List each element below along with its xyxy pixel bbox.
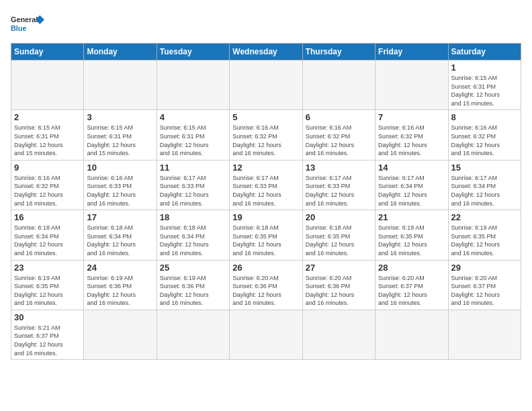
calendar-cell: 22Sunrise: 6:19 AMSunset: 6:35 PMDayligh… [448,210,521,260]
calendar-cell: 19Sunrise: 6:18 AMSunset: 6:35 PMDayligh… [230,210,302,260]
day-info: Sunrise: 6:18 AMSunset: 6:34 PMDaylight:… [14,224,81,257]
day-header-saturday: Saturday [448,44,521,60]
day-number: 10 [87,163,153,173]
day-info: Sunrise: 6:17 AMSunset: 6:33 PMDaylight:… [306,174,372,208]
day-number: 27 [306,263,372,273]
day-number: 12 [232,163,299,173]
day-number: 14 [378,163,445,173]
day-info: Sunrise: 6:18 AMSunset: 6:34 PMDaylight:… [160,224,226,257]
day-number: 20 [306,212,372,222]
logo: General Blue [11,11,44,38]
calendar-cell: 28Sunrise: 6:20 AMSunset: 6:37 PMDayligh… [375,260,448,310]
day-info: Sunrise: 6:20 AMSunset: 6:37 PMDaylight:… [378,274,445,308]
day-info: Sunrise: 6:15 AMSunset: 6:31 PMDaylight:… [160,124,226,157]
day-number: 15 [451,163,518,173]
calendar-cell: 11Sunrise: 6:17 AMSunset: 6:33 PMDayligh… [157,160,229,210]
svg-text:Blue: Blue [11,24,26,32]
day-info: Sunrise: 6:15 AMSunset: 6:31 PMDaylight:… [14,124,81,157]
day-info: Sunrise: 6:17 AMSunset: 6:34 PMDaylight:… [378,174,445,208]
calendar-cell [157,60,229,110]
calendar-cell: 21Sunrise: 6:19 AMSunset: 6:35 PMDayligh… [375,210,448,260]
day-info: Sunrise: 6:18 AMSunset: 6:35 PMDaylight:… [232,224,299,257]
day-number: 29 [451,263,518,273]
calendar-table: SundayMondayTuesdayWednesdayThursdayFrid… [11,43,521,360]
calendar-cell: 26Sunrise: 6:20 AMSunset: 6:36 PMDayligh… [230,260,302,310]
calendar-cell: 2Sunrise: 6:15 AMSunset: 6:31 PMDaylight… [11,110,84,160]
calendar-cell: 6Sunrise: 6:16 AMSunset: 6:32 PMDaylight… [302,110,375,160]
calendar-cell: 16Sunrise: 6:18 AMSunset: 6:34 PMDayligh… [11,210,84,260]
calendar-cell: 3Sunrise: 6:15 AMSunset: 6:31 PMDaylight… [84,110,157,160]
calendar-cell [157,310,229,359]
calendar-cell [84,310,157,359]
day-info: Sunrise: 6:16 AMSunset: 6:32 PMDaylight:… [451,124,518,157]
day-info: Sunrise: 6:18 AMSunset: 6:35 PMDaylight:… [306,224,372,257]
day-number: 11 [160,163,226,173]
day-header-sunday: Sunday [11,44,84,60]
day-number: 23 [14,263,81,273]
day-header-thursday: Thursday [302,44,375,60]
day-header-monday: Monday [84,44,157,60]
day-number: 21 [378,212,445,222]
calendar-cell: 23Sunrise: 6:19 AMSunset: 6:35 PMDayligh… [11,260,84,310]
calendar-cell: 7Sunrise: 6:16 AMSunset: 6:32 PMDaylight… [375,110,448,160]
calendar-cell: 8Sunrise: 6:16 AMSunset: 6:32 PMDaylight… [448,110,521,160]
calendar-cell [230,310,302,359]
calendar-cell: 5Sunrise: 6:16 AMSunset: 6:32 PMDaylight… [230,110,302,160]
calendar-cell: 10Sunrise: 6:16 AMSunset: 6:33 PMDayligh… [84,160,157,210]
day-number: 13 [306,163,372,173]
calendar-cell [448,310,521,359]
calendar-cell [302,60,375,110]
page-header: General Blue [11,11,521,38]
day-number: 17 [87,212,153,222]
day-info: Sunrise: 6:15 AMSunset: 6:31 PMDaylight:… [451,74,518,107]
day-info: Sunrise: 6:18 AMSunset: 6:34 PMDaylight:… [87,224,153,257]
svg-text:General: General [11,15,38,24]
day-info: Sunrise: 6:16 AMSunset: 6:32 PMDaylight:… [232,124,299,157]
day-info: Sunrise: 6:16 AMSunset: 6:33 PMDaylight:… [87,174,153,208]
day-info: Sunrise: 6:19 AMSunset: 6:35 PMDaylight:… [14,274,81,308]
calendar-cell [230,60,302,110]
day-number: 9 [14,163,81,173]
calendar-cell [11,60,84,110]
day-info: Sunrise: 6:20 AMSunset: 6:36 PMDaylight:… [232,274,299,308]
day-info: Sunrise: 6:15 AMSunset: 6:31 PMDaylight:… [87,124,153,157]
calendar-cell: 24Sunrise: 6:19 AMSunset: 6:36 PMDayligh… [84,260,157,310]
calendar-cell: 12Sunrise: 6:17 AMSunset: 6:33 PMDayligh… [230,160,302,210]
day-info: Sunrise: 6:20 AMSunset: 6:37 PMDaylight:… [451,274,518,308]
day-info: Sunrise: 6:17 AMSunset: 6:34 PMDaylight:… [451,174,518,208]
day-info: Sunrise: 6:19 AMSunset: 6:35 PMDaylight:… [451,224,518,257]
day-info: Sunrise: 6:19 AMSunset: 6:36 PMDaylight:… [87,274,153,308]
day-number: 28 [378,263,445,273]
generalblue-logo: General Blue [11,11,44,38]
calendar-cell: 30Sunrise: 6:21 AMSunset: 6:37 PMDayligh… [11,310,84,359]
day-number: 6 [306,112,372,122]
calendar-cell: 13Sunrise: 6:17 AMSunset: 6:33 PMDayligh… [302,160,375,210]
day-number: 19 [232,212,299,222]
day-number: 4 [160,112,226,122]
day-number: 5 [232,112,299,122]
calendar-cell: 25Sunrise: 6:19 AMSunset: 6:36 PMDayligh… [157,260,229,310]
day-info: Sunrise: 6:21 AMSunset: 6:37 PMDaylight:… [14,324,81,357]
calendar-cell: 20Sunrise: 6:18 AMSunset: 6:35 PMDayligh… [302,210,375,260]
day-info: Sunrise: 6:19 AMSunset: 6:36 PMDaylight:… [160,274,226,308]
day-info: Sunrise: 6:17 AMSunset: 6:33 PMDaylight:… [160,174,226,208]
day-info: Sunrise: 6:16 AMSunset: 6:32 PMDaylight:… [378,124,445,157]
day-header-friday: Friday [375,44,448,60]
day-number: 18 [160,212,226,222]
day-number: 7 [378,112,445,122]
day-header-tuesday: Tuesday [157,44,229,60]
day-info: Sunrise: 6:19 AMSunset: 6:35 PMDaylight:… [378,224,445,257]
day-info: Sunrise: 6:17 AMSunset: 6:33 PMDaylight:… [232,174,299,208]
day-number: 24 [87,263,153,273]
day-number: 25 [160,263,226,273]
day-number: 16 [14,212,81,222]
day-info: Sunrise: 6:20 AMSunset: 6:36 PMDaylight:… [306,274,372,308]
calendar-cell: 4Sunrise: 6:15 AMSunset: 6:31 PMDaylight… [157,110,229,160]
calendar-cell [302,310,375,359]
day-number: 30 [14,312,81,322]
calendar-cell [375,310,448,359]
day-number: 22 [451,212,518,222]
day-info: Sunrise: 6:16 AMSunset: 6:32 PMDaylight:… [14,174,81,208]
day-header-wednesday: Wednesday [230,44,302,60]
calendar-cell [375,60,448,110]
